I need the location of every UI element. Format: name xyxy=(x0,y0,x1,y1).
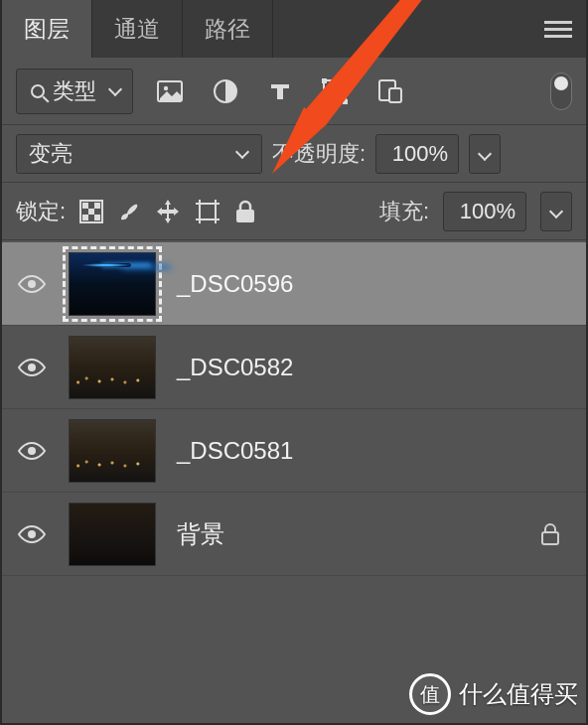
filter-icon-group xyxy=(157,78,403,104)
layer-thumbnail[interactable] xyxy=(64,414,161,488)
layer-name-label[interactable]: _DSC0582 xyxy=(177,354,570,381)
tab-layers[interactable]: 图层 xyxy=(2,0,92,58)
visibility-toggle-icon[interactable] xyxy=(18,274,48,294)
lock-all-icon[interactable] xyxy=(234,200,256,223)
svg-point-4 xyxy=(164,85,168,89)
svg-rect-10 xyxy=(343,99,348,104)
visibility-toggle-icon[interactable] xyxy=(18,441,48,461)
layer-name-label[interactable]: _DSC0581 xyxy=(177,437,570,465)
visibility-toggle-icon[interactable] xyxy=(18,358,48,377)
layer-filter-row: 类型 xyxy=(2,58,586,125)
filter-smart-icon[interactable] xyxy=(377,78,403,104)
filter-type-text-icon[interactable] xyxy=(268,79,292,103)
svg-rect-2 xyxy=(544,35,572,38)
svg-rect-28 xyxy=(236,210,254,222)
layer-thumbnail[interactable] xyxy=(64,331,161,404)
layer-name-label[interactable]: 背景 xyxy=(177,518,524,550)
layers-panel: 图层 通道 路径 类型 xyxy=(0,0,588,725)
filter-shape-icon[interactable] xyxy=(322,78,348,104)
watermark: 值 什么值得买 xyxy=(409,673,578,715)
fill-stepper[interactable] xyxy=(540,192,572,231)
chevron-down-icon xyxy=(108,81,122,95)
lock-position-icon[interactable] xyxy=(155,199,181,224)
svg-point-29 xyxy=(28,280,36,288)
svg-rect-33 xyxy=(542,532,558,544)
svg-point-32 xyxy=(28,530,36,538)
svg-rect-18 xyxy=(94,215,100,220)
svg-rect-12 xyxy=(389,88,401,102)
lock-row: 锁定: 填充: 100% xyxy=(2,183,586,240)
svg-rect-17 xyxy=(82,215,88,220)
panel-tabs: 图层 通道 路径 xyxy=(2,0,586,58)
filter-toggle-switch[interactable] xyxy=(550,72,572,110)
svg-rect-14 xyxy=(82,203,88,209)
filter-adjust-icon[interactable] xyxy=(213,78,238,104)
layer-list: _DSC0596 _DSC0582 _DSC0581 背景 xyxy=(2,240,586,576)
blend-row: 变亮 不透明度: 100% xyxy=(2,125,586,183)
svg-point-30 xyxy=(28,363,36,371)
lock-paint-icon[interactable] xyxy=(117,200,141,223)
fill-label: 填充: xyxy=(379,197,429,226)
opacity-input[interactable]: 100% xyxy=(375,134,459,174)
chevron-down-icon xyxy=(235,144,249,158)
layer-row[interactable]: 背景 xyxy=(2,493,586,576)
search-icon xyxy=(31,84,45,98)
svg-rect-0 xyxy=(544,21,572,24)
layer-thumbnail[interactable] xyxy=(64,498,161,571)
blend-mode-label: 变亮 xyxy=(29,139,73,169)
filter-type-select[interactable]: 类型 xyxy=(16,69,133,114)
svg-rect-1 xyxy=(544,28,572,31)
filter-pixel-icon[interactable] xyxy=(157,80,183,102)
layer-name-label[interactable]: _DSC0596 xyxy=(177,270,570,298)
svg-rect-16 xyxy=(88,209,94,215)
layer-row[interactable]: _DSC0596 xyxy=(2,242,586,326)
svg-rect-7 xyxy=(322,78,327,83)
opacity-label: 不透明度: xyxy=(272,139,366,169)
layer-row[interactable]: _DSC0581 xyxy=(2,409,586,493)
lock-transparency-icon[interactable] xyxy=(79,200,103,223)
svg-rect-15 xyxy=(94,203,100,209)
svg-rect-6 xyxy=(324,80,346,102)
fill-input[interactable]: 100% xyxy=(443,192,526,231)
panel-menu-icon[interactable] xyxy=(544,19,572,39)
layer-row[interactable]: _DSC0582 xyxy=(2,326,586,409)
layer-thumbnail[interactable] xyxy=(64,247,161,321)
svg-rect-19 xyxy=(200,204,216,219)
blend-mode-select[interactable]: 变亮 xyxy=(16,134,262,174)
svg-point-31 xyxy=(28,447,36,455)
svg-rect-8 xyxy=(343,78,348,83)
tab-channels[interactable]: 通道 xyxy=(92,0,183,58)
tab-paths[interactable]: 路径 xyxy=(183,0,273,58)
lock-artboard-icon[interactable] xyxy=(195,199,220,224)
watermark-text: 什么值得买 xyxy=(459,678,578,710)
svg-rect-9 xyxy=(322,99,327,104)
visibility-toggle-icon[interactable] xyxy=(18,524,48,544)
filter-type-label: 类型 xyxy=(53,76,96,106)
watermark-badge: 值 xyxy=(409,673,451,715)
lock-indicator-icon xyxy=(540,523,560,545)
opacity-stepper[interactable] xyxy=(469,134,501,174)
lock-label: 锁定: xyxy=(16,197,66,226)
